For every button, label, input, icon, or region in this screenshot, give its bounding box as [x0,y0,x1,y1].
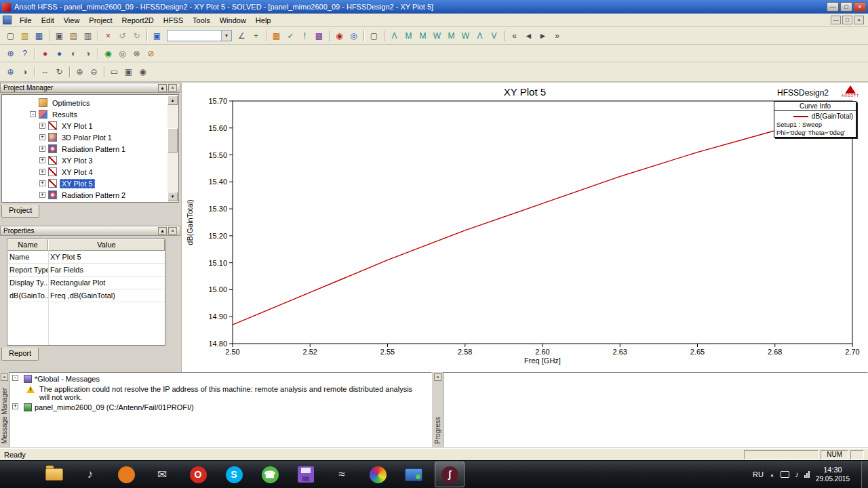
wave-plot-1-icon[interactable]: Λ [387,29,401,42]
explorer-icon[interactable] [39,462,69,487]
fit-all-icon[interactable]: ▣ [121,66,136,79]
zoom-out-icon[interactable]: ⊖ [87,66,101,79]
tree-item[interactable]: +XY Plot 1 [3,120,167,131]
select-object-icon[interactable]: ▣ [150,29,164,42]
wave-plot-3-icon[interactable]: M [416,29,430,42]
expander-plus-icon[interactable]: + [39,157,45,163]
tree-item[interactable]: +3D Polar Plot 1 [3,131,167,143]
tray-expand-icon[interactable]: ▲ [770,472,774,477]
grid-icon[interactable]: ▦ [269,29,283,42]
expander-plus-icon[interactable]: + [39,123,45,129]
scroll-down-icon[interactable]: ▼ [167,192,178,201]
wave-plot-4-icon[interactable]: W [430,29,444,42]
menu-tools[interactable]: Tools [188,15,215,26]
render-mode-icon[interactable]: ◑ [18,66,32,79]
undo-icon[interactable]: ↺ [115,29,130,42]
expander-minus-icon[interactable]: - [30,111,36,117]
expander-plus-icon[interactable]: + [39,146,45,152]
tree-item[interactable]: +XY Plot 4 [3,166,167,178]
analyze-icon[interactable]: ! [298,29,312,42]
menu-hfss[interactable]: HFSS [159,15,188,26]
expand-node-icon[interactable]: + [12,403,18,409]
boundary-display-icon[interactable]: ⊕ [3,47,18,60]
open-icon[interactable]: ▥ [18,29,32,42]
coordinate-system-icon[interactable]: + [249,29,263,42]
maximize-button[interactable]: □ [840,2,852,12]
wave-plot-5-icon[interactable]: M [444,29,458,42]
tree-item[interactable]: -Results [3,108,167,120]
solve-sphere-half-icon[interactable]: ◐ [66,47,81,60]
expander-plus-icon[interactable]: + [39,180,45,186]
tree-scrollbar[interactable]: ▲ ▼ [167,96,178,201]
copy-icon[interactable]: ▣ [52,29,66,42]
wave-plot-6-icon[interactable]: W [458,29,473,42]
menu-report2d[interactable]: Report2D [117,15,159,26]
tree-item[interactable]: +XY Plot 3 [3,155,167,166]
tab-report[interactable]: Report [1,348,39,361]
close-panel-icon[interactable]: × [168,227,177,235]
solve-sphere-blue-icon[interactable]: ● [52,47,66,60]
expander-plus-icon[interactable]: + [39,192,45,198]
property-row[interactable]: Report TypeFar Fields [7,264,165,277]
solution-select[interactable]: ▼ [167,30,232,41]
project-message-row[interactable]: + panel_mimo2600_09 (C:/Antenn/Fail/01PR… [9,401,431,411]
menu-view[interactable]: View [59,15,85,26]
wave-plot-2-icon[interactable]: M [401,29,416,42]
solve-sphere-quarter-icon[interactable]: ◑ [81,47,95,60]
solve-sphere-red-icon[interactable]: ● [38,47,52,60]
backup-tool-icon[interactable] [291,462,321,487]
menu-project[interactable]: Project [84,15,117,26]
menu-help[interactable]: Help [251,15,276,26]
collapse-node-icon[interactable]: - [12,375,18,381]
print-icon[interactable]: ▥ [81,29,95,42]
mdi-restore-button[interactable]: □ [842,16,852,24]
tray-display-icon[interactable] [781,471,789,478]
pan-icon[interactable]: ⇔ [38,66,52,79]
mesh-slash-icon[interactable]: ⊘ [144,47,158,60]
property-row[interactable]: dB(GainTo...Freq ,dB(GainTotal) [7,289,165,302]
delete-icon[interactable]: × [101,29,115,42]
volume-mixer-icon[interactable]: ♪ [75,462,105,487]
paint-icon[interactable] [363,462,393,487]
mesh-sphere-icon[interactable]: ◉ [101,47,115,60]
property-row[interactable]: NameXY Plot 5 [7,251,165,264]
validate-icon[interactable]: ✓ [283,29,298,42]
mesh-wire-icon[interactable]: ◎ [115,47,130,60]
property-row[interactable]: Display Ty...Rectangular Plot [7,277,165,289]
scroll-up-icon[interactable]: ▲ [167,96,178,105]
mdi-close-button[interactable]: × [854,16,864,24]
expander-plus-icon[interactable]: + [39,134,45,140]
close-progress-icon[interactable]: × [434,373,441,381]
first-page-icon[interactable]: « [507,29,521,42]
measure-icon[interactable]: ∠ [235,29,249,42]
optimetrics-icon[interactable]: ▩ [312,29,326,42]
language-indicator[interactable]: RU [753,470,764,479]
next-page-icon[interactable]: ► [536,29,550,42]
collapse-panel-icon[interactable]: ▲ [158,84,167,92]
mesh-cross-icon[interactable]: ⊗ [130,47,144,60]
view-orientation-icon[interactable]: ⊕ [3,66,18,79]
mdi-minimize-button[interactable]: — [831,16,841,24]
tree-item[interactable]: +XY Plot 5 [3,178,167,189]
scroll-thumb[interactable] [167,128,178,152]
menu-file[interactable]: File [15,15,37,26]
wave-plot-7-icon[interactable]: Λ [473,29,487,42]
screenshare-icon[interactable] [399,462,429,487]
skype-icon[interactable]: S [219,462,249,487]
save-icon[interactable]: ▦ [32,29,46,42]
close-button[interactable]: × [854,2,866,12]
mail-icon[interactable]: ✉ [147,462,177,487]
new-icon[interactable]: ▢ [3,29,18,42]
fit-selection-icon[interactable]: ◉ [136,66,150,79]
clock[interactable]: 14:30 29.05.2015 [816,466,850,483]
menu-window[interactable]: Window [215,15,251,26]
tray-network-icon[interactable] [804,471,810,478]
zoom-window-icon[interactable]: ▭ [107,66,121,79]
tray-volume-icon[interactable]: ♪ [795,470,799,479]
redo-icon[interactable]: ↻ [130,29,144,42]
signature-tool-icon[interactable]: ≈ [327,462,357,487]
last-page-icon[interactable]: » [550,29,564,42]
tab-project[interactable]: Project [1,205,39,218]
rotate-view-icon[interactable]: ↻ [52,66,66,79]
phone-app-icon[interactable]: ☎ [255,462,285,487]
